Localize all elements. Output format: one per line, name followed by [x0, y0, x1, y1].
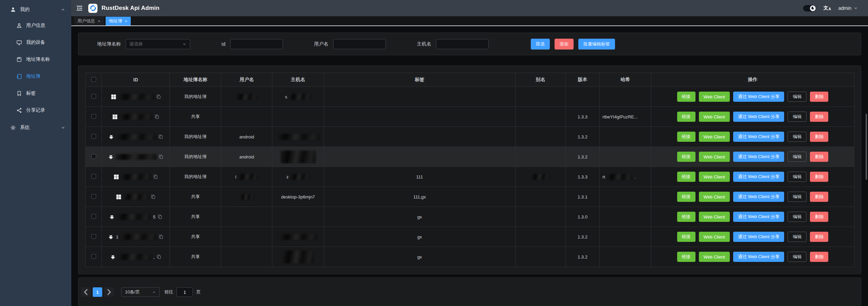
hash-cell: rt. [600, 167, 651, 187]
edit-button[interactable]: 编辑 [788, 212, 807, 222]
copy-icon[interactable] [157, 254, 161, 259]
page-size-select[interactable]: 10条/页 [121, 287, 160, 297]
id-input[interactable] [230, 39, 283, 49]
next-page-button[interactable] [104, 287, 114, 297]
windows-icon [111, 94, 116, 100]
prev-page-button[interactable] [81, 287, 91, 297]
edit-button[interactable]: 编辑 [788, 232, 807, 242]
share-via-web-client-button[interactable]: 通过 Web Client 分享 [733, 252, 784, 262]
delete-button[interactable]: 删除 [810, 252, 828, 262]
copy-icon[interactable] [158, 214, 162, 219]
sidebar-group-mine[interactable]: 我的 [0, 2, 71, 17]
share-via-web-client-button[interactable]: 通过 Web Client 分享 [733, 192, 784, 202]
delete-button[interactable]: 删除 [810, 92, 828, 102]
delete-button[interactable]: 删除 [810, 212, 828, 222]
tab-user-info[interactable]: 用户信息× [74, 17, 104, 25]
scrollbar-thumb[interactable] [866, 114, 867, 180]
web-client-button[interactable]: Web Client [699, 232, 730, 242]
share-via-web-client-button[interactable]: 通过 Web Client 分享 [733, 172, 784, 182]
tab-address-book[interactable]: 地址簿× [106, 17, 131, 25]
link-button[interactable]: 链接 [677, 152, 695, 162]
copy-icon[interactable] [156, 94, 161, 99]
close-icon[interactable]: × [125, 19, 128, 23]
copy-icon[interactable] [153, 174, 158, 179]
user-menu[interactable]: admin [838, 5, 858, 11]
filter-label: 地址簿名称 [97, 41, 121, 47]
fold-menu-icon[interactable] [76, 5, 83, 12]
address-book-name-select[interactable]: 请选择 [126, 39, 190, 49]
sidebar-item-tags[interactable]: 标签 [0, 85, 71, 102]
web-client-button[interactable]: Web Client [699, 112, 730, 122]
web-client-button[interactable]: Web Client [699, 92, 730, 102]
sidebar-item-my-devices[interactable]: 我的设备 [0, 34, 71, 51]
delete-button[interactable]: 删除 [810, 152, 828, 162]
edit-button[interactable]: 编辑 [788, 152, 807, 162]
filter-button[interactable]: 筛选 [531, 39, 550, 50]
web-client-button[interactable]: Web Client [699, 252, 730, 262]
web-client-button[interactable]: Web Client [699, 212, 730, 222]
link-button[interactable]: 链接 [677, 92, 695, 102]
dark-mode-toggle[interactable] [803, 5, 816, 12]
copy-icon[interactable] [155, 114, 159, 119]
delete-button[interactable]: 删除 [810, 172, 828, 182]
row-checkbox[interactable] [91, 234, 96, 239]
row-select-cell [86, 127, 102, 147]
share-via-web-client-button[interactable]: 通过 Web Client 分享 [733, 92, 784, 102]
copy-icon[interactable] [159, 234, 163, 239]
share-via-web-client-button[interactable]: 通过 Web Client 分享 [733, 212, 784, 222]
sidebar-item-address-book-name[interactable]: 地址簿名称 [0, 51, 71, 68]
sidebar-item-share-records[interactable]: 分享记录 [0, 102, 71, 119]
row-checkbox[interactable] [91, 94, 96, 99]
row-checkbox[interactable] [91, 134, 96, 139]
page-button-1[interactable]: 1 [93, 287, 102, 297]
delete-button[interactable]: 删除 [810, 192, 828, 202]
edit-button[interactable]: 编辑 [788, 252, 807, 262]
copy-icon[interactable] [159, 154, 163, 159]
username-input[interactable] [333, 39, 386, 49]
language-icon[interactable]: 文A [824, 5, 831, 11]
link-button[interactable]: 链接 [677, 172, 695, 182]
row-checkbox[interactable] [91, 154, 96, 159]
delete-button[interactable]: 删除 [810, 232, 828, 242]
copy-icon[interactable] [158, 134, 163, 139]
web-client-button[interactable]: Web Client [699, 172, 730, 182]
link-button[interactable]: 链接 [677, 252, 695, 262]
redacted-text [124, 194, 149, 200]
share-via-web-client-button[interactable]: 通过 Web Client 分享 [733, 132, 784, 142]
edit-button[interactable]: 编辑 [788, 192, 807, 202]
copy-icon[interactable] [151, 194, 156, 199]
web-client-button[interactable]: Web Client [699, 192, 730, 202]
sidebar-item-address-book[interactable]: 地址簿 [0, 68, 71, 85]
row-checkbox[interactable] [91, 214, 96, 219]
row-checkbox[interactable] [91, 174, 96, 179]
link-button[interactable]: 链接 [677, 212, 695, 222]
filter-group-username: 用户名 [314, 39, 386, 49]
row-checkbox[interactable] [91, 194, 96, 199]
hostname-input[interactable] [436, 39, 489, 49]
sidebar-item-user-info[interactable]: 用户信息 [0, 17, 71, 34]
add-button[interactable]: 添加 [555, 39, 574, 50]
select-all-checkbox[interactable] [91, 77, 96, 82]
web-client-button[interactable]: Web Client [699, 152, 730, 162]
sidebar-group-label: 我的 [20, 6, 30, 13]
link-button[interactable]: 链接 [677, 192, 695, 202]
edit-button[interactable]: 编辑 [788, 92, 807, 102]
link-button[interactable]: 链接 [677, 112, 695, 122]
delete-button[interactable]: 删除 [810, 132, 828, 142]
sidebar-group-system[interactable]: 系统 [0, 120, 71, 135]
share-via-web-client-button[interactable]: 通过 Web Client 分享 [733, 152, 784, 162]
edit-button[interactable]: 编辑 [788, 112, 807, 122]
link-button[interactable]: 链接 [677, 232, 695, 242]
row-checkbox[interactable] [91, 114, 96, 119]
row-checkbox[interactable] [91, 254, 96, 259]
web-client-button[interactable]: Web Client [699, 132, 730, 142]
share-via-web-client-button[interactable]: 通过 Web Client 分享 [733, 112, 784, 122]
goto-page-input[interactable] [177, 287, 193, 297]
close-icon[interactable]: × [98, 19, 101, 23]
edit-button[interactable]: 编辑 [788, 132, 807, 142]
batch-edit-tags-button[interactable]: 批量编辑标签 [578, 39, 615, 50]
delete-button[interactable]: 删除 [810, 112, 828, 122]
link-button[interactable]: 链接 [677, 132, 695, 142]
share-via-web-client-button[interactable]: 通过 Web Client 分享 [733, 232, 784, 242]
edit-button[interactable]: 编辑 [788, 172, 807, 182]
